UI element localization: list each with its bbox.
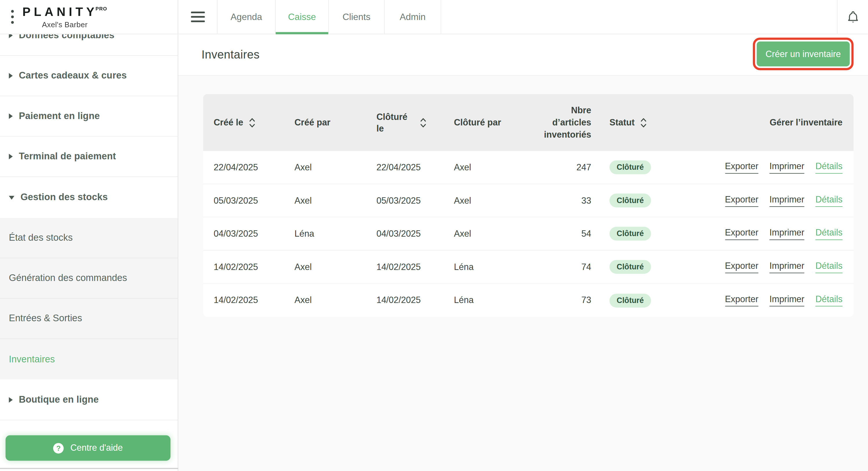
cell-actions: Exporter Imprimer Détails (688, 261, 842, 273)
sidebar-item-entrees-sorties[interactable]: Entrées & Sorties (0, 299, 178, 339)
cell-actions: Exporter Imprimer Détails (688, 161, 842, 173)
cell-article-count: 247 (524, 162, 591, 172)
table-row: 14/02/2025 Axel 14/02/2025 Léna 73 Clôtu… (203, 284, 854, 317)
active-tab-underline (276, 32, 328, 34)
cell-closed-date: 05/03/2025 (376, 196, 454, 205)
tab-label: Clients (343, 11, 371, 22)
status-badge: Clôturé (610, 161, 651, 174)
details-link[interactable]: Détails (815, 161, 842, 173)
column-header-gerer-inventaire: Gérer l’inventaire (688, 117, 842, 128)
export-link[interactable]: Exporter (725, 294, 758, 306)
export-link[interactable]: Exporter (725, 161, 758, 173)
column-label: Clôturé par (454, 117, 501, 128)
column-label: Statut (610, 117, 634, 128)
cell-created-by: Léna (294, 229, 377, 239)
create-inventory-button[interactable]: Créer un inventaire (757, 41, 850, 66)
notifications-button[interactable] (837, 0, 868, 34)
tab-clients[interactable]: Clients (329, 0, 385, 34)
column-header-cloture-le[interactable]: Clôturé le (376, 111, 454, 134)
page-title: Inventaires (202, 48, 259, 61)
column-label: Gérer l’inventaire (770, 117, 842, 128)
cell-actions: Exporter Imprimer Détails (688, 194, 842, 206)
chevron-right-icon (9, 397, 13, 402)
sidebar-nav: Données comptables Cartes cadeaux & cure… (0, 15, 178, 420)
table-row: 04/03/2025 Léna 04/03/2025 Axel 54 Clôtu… (203, 217, 854, 250)
help-center-label: Centre d'aide (70, 443, 123, 453)
sidebar-item-gestion-des-stocks[interactable]: Gestion des stocks (0, 177, 178, 218)
sidebar-item-label: Gestion des stocks (21, 192, 108, 203)
topbar-brand-area: PLANITYPRO Axel's Barber (0, 0, 178, 34)
inventory-table: Créé le Créé par Clôturé le (203, 94, 854, 317)
cell-created-by: Axel (294, 296, 377, 305)
tab-label: Admin (400, 11, 426, 22)
cell-created-by: Axel (294, 196, 377, 205)
column-header-statut[interactable]: Statut (591, 117, 688, 128)
cell-closed-date: 22/04/2025 (376, 162, 454, 172)
cell-article-count: 54 (524, 229, 591, 239)
brand: PLANITYPRO Axel's Barber (20, 5, 110, 29)
page-header: Inventaires Créer un inventaire (178, 34, 868, 76)
cell-created-date: 22/04/2025 (214, 162, 294, 172)
cell-created-by: Axel (294, 262, 377, 272)
sidebar-group-gestion-des-stocks: État des stocks Génération des commandes… (0, 218, 178, 379)
print-link[interactable]: Imprimer (769, 261, 805, 273)
details-link[interactable]: Détails (815, 261, 842, 273)
column-header-cree-le[interactable]: Créé le (214, 117, 294, 128)
status-badge: Clôturé (610, 194, 651, 207)
content-area: Créé le Créé par Clôturé le (178, 76, 868, 471)
cell-actions: Exporter Imprimer Détails (688, 294, 842, 306)
print-link[interactable]: Imprimer (769, 161, 805, 173)
tab-caisse[interactable]: Caisse (276, 0, 329, 34)
tab-label: Caisse (288, 11, 316, 22)
cell-closed-by: Léna (454, 262, 524, 272)
print-link[interactable]: Imprimer (769, 294, 805, 306)
cell-created-date: 14/02/2025 (214, 296, 294, 305)
salon-name: Axel's Barber (20, 21, 110, 29)
export-link[interactable]: Exporter (725, 228, 758, 240)
chevron-right-icon (9, 154, 13, 159)
sidebar-bottom-divider (0, 468, 178, 469)
tab-admin[interactable]: Admin (385, 0, 441, 34)
cell-created-date: 04/03/2025 (214, 229, 294, 239)
column-header-nbre-articles: Nbre d’articles inventoriés (524, 104, 591, 141)
hamburger-menu-icon[interactable] (178, 0, 218, 34)
details-link[interactable]: Détails (815, 228, 842, 240)
sidebar-subitem-label: Entrées & Sorties (9, 313, 82, 324)
sidebar-item-inventaires[interactable]: Inventaires (0, 339, 178, 379)
column-header-cree-par: Créé par (294, 117, 377, 128)
sidebar-item-label: Cartes cadeaux & cures (19, 70, 127, 81)
sidebar-item-generation-des-commandes[interactable]: Génération des commandes (0, 258, 178, 299)
sidebar-subitem-label: État des stocks (9, 232, 73, 243)
export-link[interactable]: Exporter (725, 194, 758, 206)
print-link[interactable]: Imprimer (769, 228, 805, 240)
column-label: Créé par (294, 117, 331, 128)
cell-created-date: 05/03/2025 (214, 196, 294, 205)
cell-article-count: 74 (524, 262, 591, 272)
sidebar-item-boutique-en-ligne[interactable]: Boutique en ligne (0, 379, 178, 420)
sidebar-item-paiement-en-ligne[interactable]: Paiement en ligne (0, 96, 178, 136)
tab-label: Agenda (230, 11, 262, 22)
planity-app: Données comptables Cartes cadeaux & cure… (0, 0, 868, 471)
table-row: 05/03/2025 Axel 05/03/2025 Axel 33 Clôtu… (203, 184, 854, 217)
bell-icon (846, 10, 859, 24)
sidebar-item-cartes-cadeaux[interactable]: Cartes cadeaux & cures (0, 56, 178, 96)
details-link[interactable]: Détails (815, 294, 842, 306)
chevron-right-icon (9, 73, 13, 78)
column-label: Clôturé le (376, 111, 414, 134)
main-tabs: Agenda Caisse Clients Admin (217, 0, 441, 34)
details-link[interactable]: Détails (815, 194, 842, 206)
export-link[interactable]: Exporter (725, 261, 758, 273)
print-link[interactable]: Imprimer (769, 194, 805, 206)
sidebar-item-terminal-de-paiement[interactable]: Terminal de paiement (0, 137, 178, 177)
cell-created-by: Axel (294, 162, 377, 172)
status-badge: Clôturé (610, 260, 651, 274)
sidebar-item-etat-des-stocks[interactable]: État des stocks (0, 218, 178, 258)
help-center-button[interactable]: ? Centre d'aide (5, 435, 170, 461)
cell-closed-date: 14/02/2025 (376, 296, 454, 305)
cell-status: Clôturé (591, 294, 688, 307)
topbar: PLANITYPRO Axel's Barber Agenda Caisse C… (0, 0, 868, 34)
table-header: Créé le Créé par Clôturé le (203, 94, 854, 151)
sidebar-item-label: Paiement en ligne (19, 111, 100, 122)
cell-status: Clôturé (591, 227, 688, 241)
tab-agenda[interactable]: Agenda (217, 0, 275, 34)
